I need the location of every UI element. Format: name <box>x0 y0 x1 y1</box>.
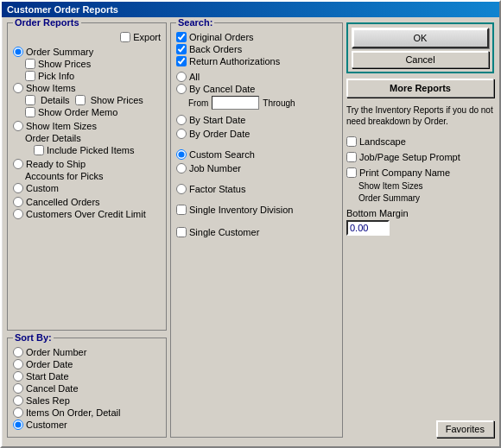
return-auth-checkbox[interactable] <box>176 56 187 66</box>
show-prices2-checkbox[interactable] <box>75 95 86 105</box>
show-item-sizes-radio[interactable] <box>13 121 23 131</box>
ready-to-ship-row: Ready to Ship <box>13 159 161 169</box>
by-start-date-radio[interactable] <box>176 115 187 125</box>
ready-to-ship-radio[interactable] <box>13 159 23 169</box>
back-orders-checkbox[interactable] <box>176 44 187 54</box>
accounts-for-picks-row: Accounts for Picks <box>13 171 161 181</box>
order-reports-title: Order Reports <box>13 17 81 28</box>
ok-cancel-area: OK Cancel <box>346 22 494 73</box>
order-summary-static: Order Summary <box>346 192 494 205</box>
show-order-memo-checkbox[interactable] <box>25 107 35 117</box>
more-reports-button[interactable]: More Reports <box>346 79 494 98</box>
show-prices2-label: Show Prices <box>91 95 143 105</box>
order-number-row: Order Number <box>13 347 161 357</box>
by-cancel-date-label: By Cancel Date <box>189 84 255 94</box>
show-item-sizes-static: Show Item Sizes <box>346 180 494 192</box>
job-number-radio[interactable] <box>176 163 187 174</box>
cancel-date-label: Cancel Date <box>26 383 79 394</box>
by-cancel-date-radio[interactable] <box>176 84 187 94</box>
return-auth-label: Return Authorizations <box>189 56 280 66</box>
bottom-margin-input[interactable] <box>346 220 390 236</box>
export-checkbox[interactable] <box>120 32 130 42</box>
include-picked-checkbox[interactable] <box>34 145 44 155</box>
custom-search-radio[interactable] <box>176 149 187 160</box>
show-order-memo-row: Show Order Memo <box>13 107 161 117</box>
customers-over-label: Customers Over Credit Limit <box>26 209 146 219</box>
factor-status-radio[interactable] <box>176 184 187 194</box>
order-date-radio[interactable] <box>13 359 23 369</box>
items-on-order-row: Items On Order, Detail <box>13 407 161 418</box>
more-reports-text: Try the Inventory Reports if you do not … <box>346 104 494 127</box>
favorites-row: Favorites <box>346 417 494 438</box>
single-customer-row: Single Customer <box>176 227 337 237</box>
job-page-setup-checkbox[interactable] <box>346 152 357 162</box>
cancel-date-row: Cancel Date <box>13 383 161 394</box>
ok-button[interactable]: OK <box>352 28 489 48</box>
show-item-sizes-label: Show Item Sizes <box>26 121 97 131</box>
original-orders-row: Original Orders <box>176 32 337 42</box>
pick-info-checkbox[interactable] <box>25 71 35 81</box>
job-page-setup-label: Job/Page Setup Prompt <box>359 152 460 162</box>
job-number-row: Job Number <box>176 163 337 174</box>
cancel-button[interactable]: Cancel <box>352 51 489 68</box>
by-start-date-row: By Start Date <box>176 115 337 125</box>
items-on-order-radio[interactable] <box>13 407 23 418</box>
accounts-for-picks-label: Accounts for Picks <box>25 171 103 181</box>
sales-rep-label: Sales Rep <box>26 395 70 406</box>
single-customer-checkbox[interactable] <box>176 227 187 237</box>
order-number-label: Order Number <box>26 347 86 357</box>
order-reports-box: Order Reports Export Order Summary Show … <box>7 22 167 331</box>
original-orders-checkbox[interactable] <box>176 32 187 42</box>
customer-sort-row: Customer <box>13 420 161 430</box>
customer-sort-radio[interactable] <box>13 420 23 430</box>
order-summary-row: Order Summary <box>13 47 161 57</box>
order-summary-radio[interactable] <box>13 47 23 57</box>
details-checkbox[interactable] <box>25 95 35 105</box>
return-auth-row: Return Authorizations <box>176 56 337 66</box>
customers-over-radio[interactable] <box>13 209 23 219</box>
custom-radio[interactable] <box>13 183 23 193</box>
cancel-date-radio[interactable] <box>13 383 23 394</box>
ready-to-ship-label: Ready to Ship <box>26 159 86 169</box>
show-prices-checkbox[interactable] <box>25 59 35 69</box>
show-items-label: Show Items <box>26 83 75 93</box>
order-number-radio[interactable] <box>13 347 23 357</box>
show-items-radio[interactable] <box>13 83 23 93</box>
back-orders-label: Back Orders <box>189 44 242 54</box>
bottom-margin-label: Bottom Margin <box>346 208 409 218</box>
customer-order-reports-dialog: Customer Order Reports Order Reports Exp… <box>0 0 501 448</box>
customer-sort-label: Customer <box>26 420 67 430</box>
from-input[interactable] <box>212 96 259 110</box>
custom-row: Custom <box>13 183 161 193</box>
factor-status-label: Factor Status <box>189 184 245 194</box>
back-orders-row: Back Orders <box>176 44 337 54</box>
include-picked-label: Include Picked Items <box>47 145 135 155</box>
show-prices-label: Show Prices <box>38 59 91 69</box>
by-order-date-label: By Order Date <box>189 129 250 139</box>
details-label: Details <box>41 95 70 105</box>
show-item-sizes-row: Show Item Sizes <box>13 121 161 131</box>
cancelled-orders-radio[interactable] <box>13 197 23 207</box>
pick-info-row: Pick Info <box>13 71 161 81</box>
all-radio[interactable] <box>176 72 187 82</box>
bottom-margin-section: Bottom Margin <box>346 208 494 236</box>
start-date-radio[interactable] <box>13 371 23 382</box>
by-order-date-radio[interactable] <box>176 129 187 139</box>
single-customer-label: Single Customer <box>189 227 259 237</box>
by-cancel-date-row: By Cancel Date <box>176 84 337 94</box>
single-inventory-row: Single Inventory Division <box>176 205 337 215</box>
print-company-name-checkbox[interactable] <box>346 167 357 178</box>
export-row: Export <box>120 32 161 42</box>
dialog-title: Customer Order Reports <box>7 4 118 15</box>
start-date-label: Start Date <box>26 371 69 382</box>
job-number-label: Job Number <box>189 163 241 174</box>
all-label: All <box>189 72 200 82</box>
job-page-setup-row: Job/Page Setup Prompt <box>346 152 494 162</box>
details-row: Details Show Prices <box>13 95 161 105</box>
favorites-button[interactable]: Favorites <box>436 420 494 438</box>
start-date-row: Start Date <box>13 371 161 382</box>
title-bar: Customer Order Reports <box>2 2 499 17</box>
landscape-checkbox[interactable] <box>346 136 357 147</box>
sales-rep-radio[interactable] <box>13 395 23 406</box>
single-inventory-checkbox[interactable] <box>176 205 187 215</box>
